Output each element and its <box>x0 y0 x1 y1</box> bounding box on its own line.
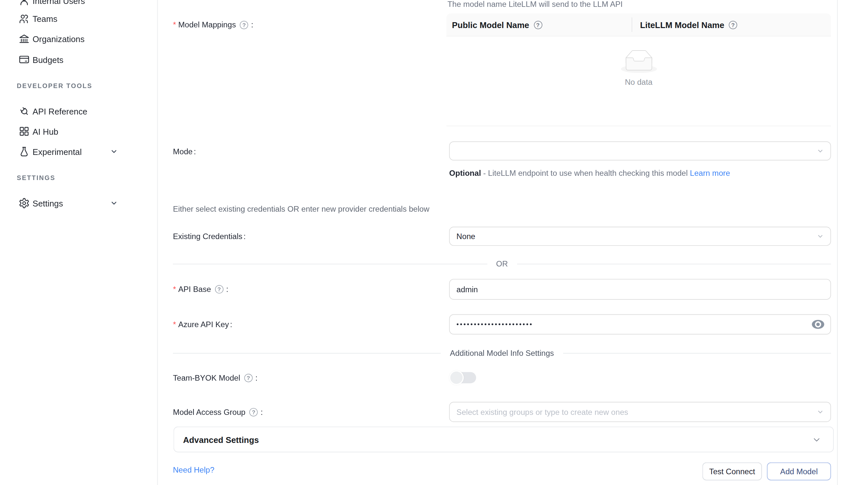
need-help-link[interactable]: Need Help? <box>173 465 214 474</box>
table-empty-body: No data <box>446 36 831 126</box>
divider-line <box>517 263 831 264</box>
existing-credentials-select[interactable]: None <box>449 227 831 246</box>
model-name-help-text: The model name LiteLLM will send to the … <box>447 0 623 8</box>
api-base-input[interactable] <box>449 279 831 300</box>
question-circle-icon[interactable]: ? <box>240 21 248 29</box>
add-model-form: The model name LiteLLM will send to the … <box>0 0 868 485</box>
model-mappings-label: * Model Mappings ? : <box>173 19 253 31</box>
azure-api-key-input[interactable] <box>449 315 831 335</box>
advanced-settings-panel[interactable]: Advanced Settings <box>174 427 834 452</box>
selected-value: None <box>457 232 475 241</box>
column-header-public-model-name: Public Model Name ? <box>446 20 632 29</box>
test-connect-button[interactable]: Test Connect <box>702 462 762 480</box>
chevron-down-icon <box>817 233 824 240</box>
required-mark: * <box>173 20 176 29</box>
litellm-admin-ui: Internal Users Teams Organizations Budge… <box>0 0 868 485</box>
chevron-down-icon <box>817 409 824 416</box>
table-header-row: Public Model Name ? LiteLLM Model Name ? <box>446 13 831 36</box>
add-model-button[interactable]: Add Model <box>767 462 831 480</box>
mode-help-text: Optional - LiteLLM endpoint to use when … <box>449 167 741 180</box>
advanced-settings-title: Advanced Settings <box>183 435 259 444</box>
divider-line <box>173 263 487 264</box>
azure-api-key-label: * Azure API Key : <box>173 318 232 331</box>
azure-api-key-field-wrap <box>449 315 831 335</box>
question-circle-icon[interactable]: ? <box>249 408 258 416</box>
additional-info-divider-text: Additional Model Info Settings <box>450 348 554 357</box>
team-byok-label: Team-BYOK Model ? : <box>173 371 257 384</box>
select-placeholder: Select existing groups or type to create… <box>457 408 628 417</box>
api-base-field-wrap <box>449 279 831 300</box>
chevron-down-icon <box>817 148 824 155</box>
required-mark: * <box>173 320 176 329</box>
question-circle-icon[interactable]: ? <box>728 21 737 29</box>
team-byok-toggle[interactable] <box>449 370 476 385</box>
or-divider: OR <box>173 258 831 270</box>
divider-line <box>173 353 441 353</box>
footer-actions: Test Connect Add Model <box>702 462 831 480</box>
additional-info-divider: Additional Model Info Settings <box>173 347 831 359</box>
model-mappings-table: Public Model Name ? LiteLLM Model Name ?… <box>446 13 831 126</box>
mode-select[interactable] <box>449 141 831 161</box>
empty-state: No data <box>621 50 656 87</box>
credentials-note: Either select existing credentials OR en… <box>173 204 429 213</box>
column-header-litellm-model-name: LiteLLM Model Name ? <box>632 20 831 29</box>
content-right-border <box>837 0 838 485</box>
mode-label: Mode : <box>173 146 196 158</box>
toggle-knob <box>449 370 464 385</box>
question-circle-icon[interactable]: ? <box>533 21 542 29</box>
model-access-group-select[interactable]: Select existing groups or type to create… <box>449 402 831 422</box>
empty-text: No data <box>621 77 656 87</box>
api-base-label: * API Base ? : <box>173 283 228 295</box>
model-access-group-label: Model Access Group ? : <box>173 406 263 418</box>
chevron-down-icon <box>812 435 821 444</box>
required-mark: * <box>173 284 176 294</box>
learn-more-link[interactable]: Learn more <box>690 168 730 177</box>
empty-inbox-icon <box>621 50 656 73</box>
divider-line <box>563 353 831 353</box>
existing-credentials-label: Existing Credentials : <box>173 230 246 243</box>
screen: Internal Users Teams Organizations Budge… <box>0 0 868 485</box>
or-text: OR <box>496 259 508 268</box>
question-circle-icon[interactable]: ? <box>215 285 223 293</box>
question-circle-icon[interactable]: ? <box>244 374 253 382</box>
eye-icon[interactable] <box>811 319 825 329</box>
